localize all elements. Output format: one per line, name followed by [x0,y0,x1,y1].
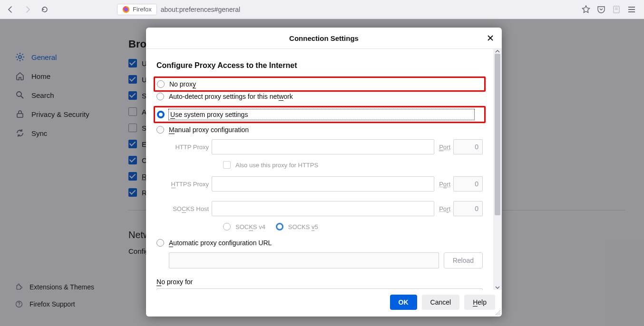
socks-version-row: SOCKS v4 SOCKS v5 [223,223,483,230]
http-proxy-label: HTTP Proxy [169,144,209,151]
url-bar[interactable]: Firefox about:preferences#general [117,4,520,15]
dialog-footer: OK Cancel Help [146,290,502,316]
highlight-no-proxy: No proxy [154,77,486,92]
https-proxy-label: HTTPS Proxy [169,181,209,188]
menu-icon[interactable] [627,5,636,14]
radio-label: Use system proxy settings [169,110,474,119]
http-proxy-input[interactable] [212,139,434,154]
browser-toolbar: Firefox about:preferences#general [0,0,644,19]
dialog-content: Configure Proxy Access to the Internet N… [146,49,493,290]
pocket-icon[interactable] [596,5,606,14]
help-button[interactable]: Help [464,295,495,310]
radio-label: Auto-detect proxy settings for this netw… [169,93,293,100]
port-label: Port [439,144,450,151]
highlight-use-system: Use system proxy settings [154,106,486,123]
radio-automatic-url[interactable]: Automatic proxy configuration URL [156,239,483,247]
socks-host-input[interactable] [212,201,434,216]
auto-url-input[interactable] [169,252,439,268]
radio-icon[interactable] [223,223,231,230]
port-label: Port [439,205,450,212]
proxy-section-heading: Configure Proxy Access to the Internet [156,61,483,70]
svg-line-18 [499,314,500,315]
scrollbar[interactable] [493,49,502,290]
bookmark-star-icon[interactable] [581,5,591,14]
radio-label: No proxy [169,80,196,88]
port-label: Port [439,181,450,188]
also-https-row[interactable]: Also use this proxy for HTTPS [223,161,483,169]
connection-settings-dialog: Connection Settings Configure Proxy Acce… [146,28,502,316]
reload-pac-button[interactable]: Reload [444,252,483,268]
back-button[interactable] [4,3,17,16]
dialog-title: Connection Settings [289,34,359,42]
url-text: about:preferences#general [161,6,240,13]
radio-icon[interactable] [156,239,164,247]
socks-port-input[interactable] [453,201,483,216]
identity-chip: Firefox [117,4,157,15]
auto-url-row: Reload [169,252,483,268]
radio-manual[interactable]: Manual proxy configuration [156,126,483,134]
close-icon [487,35,494,41]
radio-use-system[interactable]: Use system proxy settings [157,110,480,119]
https-port-input[interactable] [453,176,483,192]
radio-auto-detect[interactable]: Auto-detect proxy settings for this netw… [156,93,483,100]
forward-button[interactable] [21,3,34,16]
checkbox-icon[interactable] [223,161,231,169]
radio-label: SOCKS v4 [235,223,265,230]
radio-icon[interactable] [157,80,165,88]
radio-label: Manual proxy configuration [169,126,249,134]
cancel-button[interactable]: Cancel [422,295,460,310]
radio-socks-v5[interactable]: SOCKS v5 [276,223,318,230]
radio-socks-v4[interactable]: SOCKS v4 [223,223,265,230]
radio-icon[interactable] [156,93,164,100]
radio-icon[interactable] [156,126,164,134]
dialog-header: Connection Settings [146,28,502,49]
firefox-icon [122,6,130,13]
http-proxy-row: HTTP Proxy Port [169,139,483,154]
socks-host-label: SOCKS Host [169,205,209,212]
socks-host-row: SOCKS Host Port [169,201,483,216]
radio-icon[interactable] [157,111,165,118]
radio-label: Automatic proxy configuration URL [169,239,272,247]
identity-label: Firefox [133,6,152,13]
reader-icon[interactable] [612,5,621,14]
https-proxy-row: HTTPS Proxy Port [169,176,483,192]
also-https-label: Also use this proxy for HTTPS [235,162,318,169]
scrollbar-thumb[interactable] [495,54,500,215]
radio-label: SOCKS v5 [288,223,318,230]
scrollbar-down-icon[interactable] [494,284,501,290]
radio-icon[interactable] [276,223,283,230]
resize-grip-icon[interactable] [494,309,501,316]
close-button[interactable] [485,32,496,44]
https-proxy-input[interactable] [212,176,434,192]
reload-button[interactable] [38,3,51,16]
radio-no-proxy[interactable]: No proxy [157,80,480,88]
no-proxy-for-label: No proxy for [156,278,483,286]
http-port-input[interactable] [453,139,483,154]
ok-button[interactable]: OK [390,295,417,310]
